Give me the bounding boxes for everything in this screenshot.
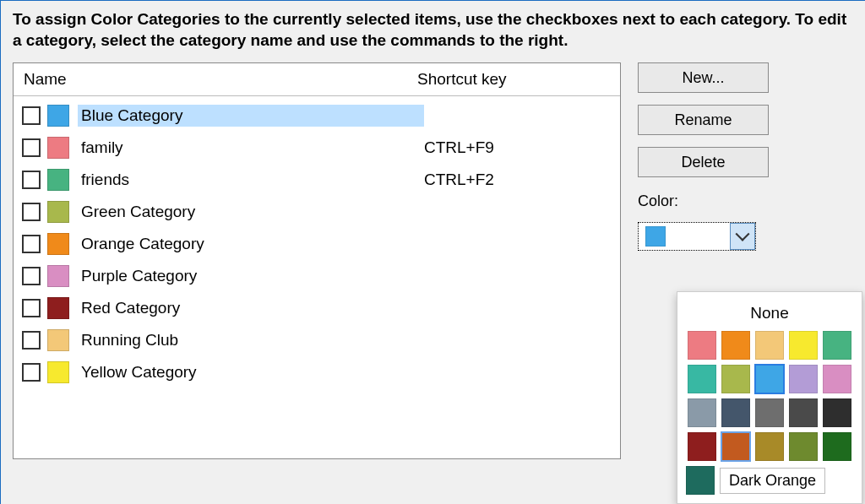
category-label[interactable]: friends	[78, 169, 424, 191]
category-row[interactable]: Red Category	[14, 292, 620, 324]
color-dropdown[interactable]	[638, 222, 756, 251]
palette-color-swatch[interactable]	[755, 398, 784, 427]
category-color-swatch	[47, 361, 69, 383]
palette-color-swatch[interactable]	[823, 365, 851, 393]
category-row[interactable]: Orange Category	[14, 228, 620, 260]
category-checkbox[interactable]	[22, 235, 41, 253]
color-dropdown-swatch	[645, 226, 666, 247]
palette-color-swatch[interactable]	[823, 398, 851, 427]
palette-color-swatch[interactable]	[686, 466, 715, 495]
category-row[interactable]: Blue Category	[14, 100, 620, 132]
color-label: Color:	[638, 192, 773, 210]
category-checkbox[interactable]	[22, 203, 41, 221]
color-categories-dialog: To assign Color Categories to the curren…	[0, 0, 865, 504]
palette-color-swatch[interactable]	[755, 365, 784, 393]
category-list-body: Blue CategoryfamilyCTRL+F9friendsCTRL+F2…	[14, 96, 620, 392]
column-header-shortcut[interactable]: Shortcut key	[417, 70, 620, 89]
category-color-swatch	[47, 329, 69, 351]
category-color-swatch	[47, 297, 69, 319]
category-color-swatch	[47, 201, 69, 223]
category-label[interactable]: Purple Category	[78, 265, 424, 287]
category-list-panel: Name Shortcut key Blue CategoryfamilyCTR…	[13, 62, 621, 459]
category-label[interactable]: family	[78, 137, 424, 159]
category-label[interactable]: Blue Category	[78, 105, 424, 127]
palette-color-swatch[interactable]	[789, 398, 818, 427]
instructions-text: To assign Color Categories to the curren…	[13, 9, 853, 51]
palette-grid	[686, 331, 853, 461]
palette-color-swatch[interactable]	[721, 365, 750, 393]
category-checkbox[interactable]	[22, 299, 41, 317]
category-color-swatch	[47, 137, 69, 159]
category-color-swatch	[47, 233, 69, 255]
delete-button[interactable]: Delete	[638, 147, 769, 177]
palette-color-swatch[interactable]	[721, 398, 750, 427]
palette-color-swatch[interactable]	[688, 331, 716, 360]
category-label[interactable]: Yellow Category	[78, 361, 424, 383]
category-row[interactable]: familyCTRL+F9	[14, 132, 620, 164]
rename-button[interactable]: Rename	[638, 105, 769, 135]
category-row[interactable]: Green Category	[14, 196, 620, 228]
category-checkbox[interactable]	[22, 171, 41, 189]
category-checkbox[interactable]	[22, 106, 41, 125]
palette-color-swatch[interactable]	[789, 432, 818, 461]
list-header: Name Shortcut key	[14, 63, 620, 96]
category-color-swatch	[47, 105, 69, 127]
palette-color-swatch[interactable]	[688, 432, 716, 461]
category-color-swatch	[47, 265, 69, 287]
category-color-swatch	[47, 169, 69, 191]
category-checkbox[interactable]	[22, 331, 41, 350]
category-label[interactable]: Green Category	[78, 201, 424, 223]
chevron-down-icon	[736, 227, 750, 241]
category-row[interactable]: Yellow Category	[14, 356, 620, 388]
palette-color-swatch[interactable]	[789, 365, 818, 393]
category-checkbox[interactable]	[22, 267, 41, 285]
category-checkbox[interactable]	[22, 138, 41, 157]
palette-last-row: Dark Orange	[686, 466, 853, 495]
palette-color-swatch[interactable]	[688, 365, 716, 393]
color-dropdown-arrow[interactable]	[730, 223, 755, 250]
category-row[interactable]: Running Club	[14, 324, 620, 356]
palette-tooltip: Dark Orange	[720, 468, 825, 494]
category-shortcut: CTRL+F9	[424, 138, 612, 157]
palette-color-swatch[interactable]	[721, 432, 750, 461]
column-header-name[interactable]: Name	[20, 70, 417, 89]
color-palette-popup[interactable]: None Dark Orange	[677, 291, 862, 504]
palette-color-swatch[interactable]	[823, 331, 851, 360]
category-row[interactable]: Purple Category	[14, 260, 620, 292]
category-checkbox[interactable]	[22, 363, 41, 382]
palette-color-swatch[interactable]	[755, 331, 784, 360]
category-label[interactable]: Red Category	[78, 297, 424, 319]
category-shortcut: CTRL+F2	[424, 171, 612, 189]
palette-color-swatch[interactable]	[721, 331, 750, 360]
palette-color-swatch[interactable]	[755, 432, 784, 461]
category-label[interactable]: Orange Category	[78, 233, 424, 255]
palette-none-option[interactable]: None	[686, 299, 853, 331]
side-column: New... Rename Delete Color:	[638, 62, 773, 251]
category-label[interactable]: Running Club	[78, 329, 424, 351]
category-row[interactable]: friendsCTRL+F2	[14, 164, 620, 196]
palette-color-swatch[interactable]	[823, 432, 851, 461]
palette-color-swatch[interactable]	[688, 398, 716, 427]
palette-color-swatch[interactable]	[789, 331, 818, 360]
new-button[interactable]: New...	[638, 62, 769, 93]
